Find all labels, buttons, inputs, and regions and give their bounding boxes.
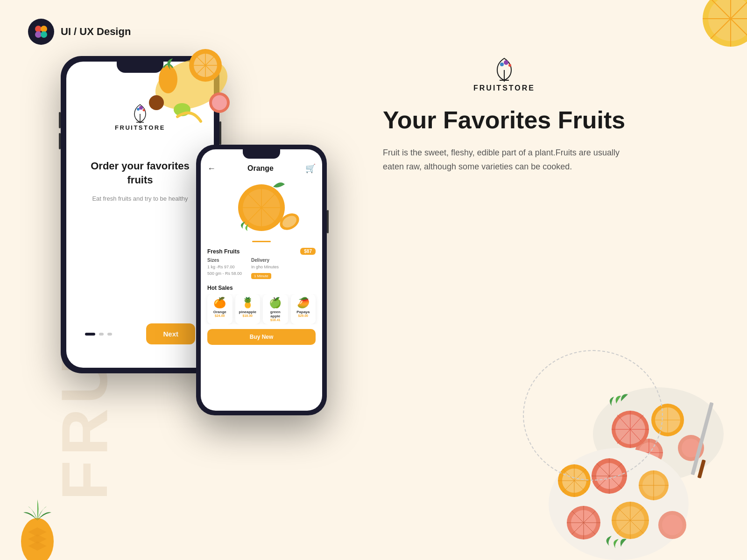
fruit-card-0[interactable]: 🍊 Orange $24.00: [207, 294, 233, 324]
brand-name-text: FRUITSTORE: [473, 84, 535, 92]
svg-point-1: [41, 26, 47, 32]
phone-1-container: FRUITSTORE Order your favorites fruits E…: [61, 56, 219, 373]
right-content-panel: FRUITSTORE Your Favorites Fruits Fruit i…: [383, 56, 626, 174]
phone-2-product-title: Orange: [247, 164, 274, 173]
orange-underline-decoration: [252, 241, 271, 242]
delivery-time: In gho Minutes: [251, 264, 279, 271]
orange-product-image: [219, 177, 303, 238]
delivery-badge: 1 Minute: [251, 273, 271, 279]
fruit-price-0: $24.00: [215, 314, 225, 317]
phone-1-vol-btn-1: [59, 112, 61, 128]
dot-1-active: [85, 333, 95, 336]
sizes-delivery-row: Sizes 1 kg -Rs 97.00 500 gm - Rs 58.00 D…: [207, 258, 316, 279]
svg-point-0: [35, 26, 42, 32]
fruit-card-2[interactable]: 🍏 green apple $18.41: [263, 294, 288, 324]
header-title: UI / UX Design: [61, 26, 131, 38]
size-1: 1 kg -Rs 97.00: [207, 264, 242, 271]
fruit-icon-1: 🍍: [241, 297, 254, 309]
buy-button[interactable]: Buy New: [207, 329, 316, 345]
fruit-name-0: Orange: [213, 310, 226, 314]
fruit-name-1: pineapple: [239, 310, 256, 314]
orange-top-right-decoration: [686, 0, 747, 56]
next-button[interactable]: Next: [146, 323, 195, 344]
brand-logo-svg: [486, 56, 523, 84]
fruit-price-2: $18.41: [270, 318, 280, 322]
fruit-price-3: $29.00: [298, 314, 308, 317]
fruit-splash-decoration: [131, 37, 233, 140]
svg-point-8: [508, 64, 511, 67]
phone-2-cart-icon[interactable]: 🛒: [305, 163, 316, 174]
fruit-name-2: green apple: [266, 310, 285, 318]
fruit-card-1[interactable]: 🍍 pineapple $18.00: [235, 294, 261, 324]
fresh-fruits-label: Fresh Fruits: [207, 248, 240, 255]
delivery-col: Delivery In gho Minutes 1 Minute: [251, 258, 279, 279]
fresh-fruits-header: Fresh Fruits $87: [207, 248, 316, 255]
hot-sales-grid: 🍊 Orange $24.00 🍍 pineapple $18.00 🍏 gre…: [201, 294, 322, 324]
sizes-col: Sizes 1 kg -Rs 97.00 500 gm - Rs 58.00: [207, 258, 242, 279]
phone-2-frame: ← Orange 🛒: [196, 145, 327, 415]
size-2: 500 gm - Rs 58.00: [207, 271, 242, 277]
fruit-icon-0: 🍊: [213, 297, 226, 309]
main-heading: Your Favorites Fruits: [383, 106, 626, 134]
phone-1-subtitle: Eat fresh fruits and try to be healthy: [92, 195, 188, 202]
main-description: Fruit is the sweet, fleshy, edible part …: [383, 146, 626, 174]
svg-point-6: [500, 63, 504, 66]
brand-logo-area: FRUITSTORE: [383, 56, 626, 92]
delivery-label: Delivery: [251, 258, 279, 263]
svg-point-20: [212, 95, 227, 110]
phone-1-footer: Next: [80, 323, 200, 354]
phone-2-notch: [243, 149, 280, 159]
phone-1-tagline: Order your favorites fruits: [80, 159, 200, 187]
dot-3: [107, 333, 112, 336]
hot-sales-title: Hot Sales: [201, 282, 322, 294]
pineapple-decoration: [14, 495, 61, 560]
phone-2-screen: ← Orange 🛒: [201, 149, 322, 411]
svg-point-18: [149, 95, 164, 110]
dashed-circle-decoration: [523, 350, 663, 481]
phone-1-vol-btn-2: [59, 133, 61, 149]
onboarding-dots: [85, 333, 112, 336]
fruit-name-3: Papaya: [296, 310, 310, 314]
fruit-icon-3: 🥭: [297, 297, 310, 309]
logo-circle: [28, 19, 54, 45]
header: UI / UX Design: [28, 19, 131, 45]
phone-2-back-button[interactable]: ←: [207, 164, 216, 174]
phone-2-container: ← Orange 🛒: [196, 145, 327, 415]
fruit-price-1: $18.00: [243, 314, 253, 317]
sizes-label: Sizes: [207, 258, 242, 263]
fruit-card-3[interactable]: 🥭 Papaya $29.00: [291, 294, 316, 324]
svg-point-130: [662, 515, 683, 535]
fresh-fruits-section: Fresh Fruits $87 Sizes 1 kg -Rs 97.00 50…: [201, 245, 322, 282]
fruit-icon-2: 🍏: [269, 297, 282, 309]
svg-point-16: [159, 65, 177, 93]
dot-2: [99, 333, 104, 336]
price-badge: $87: [300, 248, 316, 255]
svg-point-7: [504, 60, 508, 65]
svg-point-2: [35, 31, 42, 38]
phone-2-power-btn: [327, 210, 329, 233]
svg-point-3: [41, 31, 47, 38]
